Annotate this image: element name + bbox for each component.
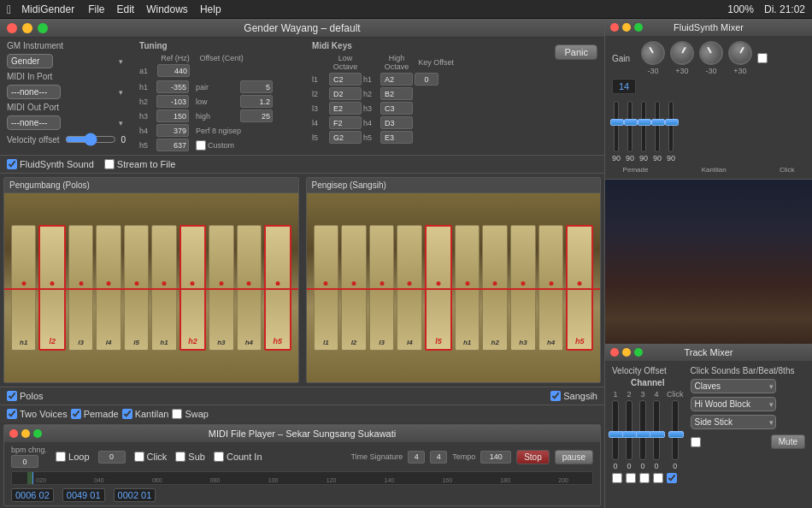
knob-1-control[interactable]	[637, 37, 669, 69]
close-button[interactable]	[7, 23, 17, 33]
window-controls[interactable]	[7, 23, 48, 33]
maximize-button[interactable]	[38, 23, 48, 33]
mixer-fader-5[interactable]: 90	[667, 101, 675, 162]
knob-3-control[interactable]	[695, 37, 727, 69]
click-thumb[interactable]	[668, 431, 684, 438]
two-voices-check-item[interactable]: Two Voices	[7, 409, 68, 419]
stream-check-item[interactable]: Stream to File	[104, 159, 175, 169]
tuning-h3-detune[interactable]: 25	[240, 109, 273, 122]
claves-select-wrapper[interactable]: Claves	[691, 379, 776, 393]
pause-button[interactable]: pause	[555, 450, 593, 464]
mute-checkbox[interactable]	[691, 437, 701, 447]
loop-checkbox[interactable]	[56, 452, 66, 462]
hiwood-select[interactable]: Hi Wood Block	[691, 397, 776, 411]
l3-select[interactable]: E2	[329, 102, 362, 115]
menu-items[interactable]: File Edit Windows Help	[88, 3, 221, 15]
fader-thumb-5[interactable]	[665, 119, 679, 126]
sidestick-select[interactable]: Side Stick	[691, 415, 776, 429]
gm-instrument-select-wrapper[interactable]: Gender	[7, 54, 126, 68]
l1-select[interactable]: C2	[329, 73, 362, 86]
ch2-check[interactable]	[626, 473, 636, 483]
custom-check[interactable]	[196, 140, 206, 151]
mixer-fader-2[interactable]: 90	[626, 101, 634, 162]
minimize-button[interactable]	[22, 23, 32, 33]
tuning-h3-offset[interactable]: 150	[156, 109, 189, 122]
stream-checkbox[interactable]	[104, 159, 115, 169]
fader-thumb-2[interactable]	[624, 119, 638, 126]
track-max-btn[interactable]	[634, 348, 643, 357]
l4-select[interactable]: F2	[329, 116, 362, 129]
knob-3[interactable]: -30	[699, 41, 723, 75]
menu-help[interactable]: Help	[200, 3, 221, 15]
menu-windows[interactable]: Windows	[146, 3, 188, 15]
mixer-check[interactable]	[757, 53, 768, 63]
player-close-btn[interactable]	[9, 429, 18, 438]
ch4-check[interactable]	[653, 473, 663, 483]
tuning-h1-offset[interactable]: -355	[156, 80, 189, 93]
timeline-container[interactable]: 020 040 060 080 100 120 140 160 180 200	[11, 471, 593, 485]
h3k-select[interactable]: C3	[380, 102, 413, 115]
track-window-controls[interactable]	[610, 348, 643, 357]
midi-in-port-select-wrapper[interactable]: ---none---	[7, 85, 126, 99]
kantilan-check-item[interactable]: Kantilan	[122, 409, 169, 419]
menu-edit[interactable]: Edit	[117, 3, 135, 15]
time-sig-num[interactable]: 4	[408, 451, 425, 464]
time-sig-den[interactable]: 4	[430, 451, 447, 464]
mixer-fader-1[interactable]: 90	[612, 101, 621, 162]
loop-check-item[interactable]: Loop	[56, 452, 89, 462]
h5k-select[interactable]: E3	[380, 131, 413, 144]
gain-display-value[interactable]: 14	[612, 79, 636, 94]
midi-out-port-select-wrapper[interactable]: ---none---	[7, 115, 126, 130]
claves-select[interactable]: Claves	[691, 379, 776, 393]
count-in-checkbox[interactable]	[214, 452, 224, 462]
knob-2[interactable]: +30	[670, 41, 694, 75]
claves-row[interactable]: Claves	[691, 379, 806, 393]
offset-l1[interactable]: 0	[415, 73, 438, 86]
click-checkbox[interactable]	[134, 452, 144, 462]
ch1-check[interactable]	[612, 473, 622, 483]
ch3-fader[interactable]	[639, 400, 646, 460]
knob-4[interactable]: +30	[728, 41, 752, 75]
knob-1[interactable]: -30	[641, 41, 665, 75]
sub-check-item[interactable]: Sub	[175, 452, 205, 462]
knob-4-control[interactable]	[724, 37, 756, 69]
ch1-fader[interactable]	[612, 400, 619, 460]
mixer-max-btn[interactable]	[634, 23, 643, 32]
tuning-h5-offset[interactable]: 637	[156, 139, 189, 151]
kantilan-checkbox[interactable]	[122, 409, 132, 419]
track-min-btn[interactable]	[622, 348, 631, 357]
mute-button[interactable]: Mute	[771, 434, 805, 449]
mixer-close-btn[interactable]	[610, 23, 619, 32]
click-check-item[interactable]: Click	[134, 452, 168, 462]
player-max-btn[interactable]	[33, 429, 42, 438]
sidestick-select-wrapper[interactable]: Side Stick	[691, 415, 776, 429]
fader-thumb-4[interactable]	[651, 119, 665, 126]
mixer-min-btn[interactable]	[622, 23, 631, 32]
tempo-value[interactable]: 140	[480, 451, 511, 464]
fader-track-2[interactable]	[627, 101, 633, 152]
sangsih-check-item[interactable]: Sangsih	[550, 391, 597, 401]
knob-2-control[interactable]	[666, 37, 698, 69]
player-min-btn[interactable]	[21, 429, 30, 438]
tuning-h1-detune[interactable]: 5	[240, 80, 273, 93]
l5-select[interactable]: G2	[329, 131, 362, 144]
timeline[interactable]: 020 040 060 080 100 120 140 160 180 200	[11, 471, 593, 485]
sangsih-checkbox[interactable]	[550, 391, 561, 401]
fader-track-1[interactable]	[614, 101, 619, 152]
l2-select[interactable]: D2	[329, 87, 362, 100]
h2k-select[interactable]: B2	[380, 87, 413, 100]
loop-value[interactable]: 0	[98, 451, 126, 464]
polos-checkbox[interactable]	[7, 391, 17, 401]
fluidsound-check-item[interactable]: FluidSynth Sound	[7, 159, 94, 169]
count-in-check-item[interactable]: Count In	[214, 452, 262, 462]
fader-track-4[interactable]	[655, 101, 660, 152]
tuning-h2-detune[interactable]: 1.2	[240, 95, 273, 108]
velocity-offset-slider[interactable]	[65, 133, 116, 145]
tuning-h2-offset[interactable]: -103	[156, 95, 189, 108]
swap-checkbox[interactable]	[172, 409, 182, 419]
fluidsound-checkbox[interactable]	[7, 159, 17, 169]
stop-button[interactable]: Stop	[516, 450, 550, 464]
polos-check-item[interactable]: Polos	[7, 391, 44, 401]
tuning-ref-value[interactable]: 440	[157, 64, 190, 77]
menu-file[interactable]: File	[88, 3, 104, 15]
